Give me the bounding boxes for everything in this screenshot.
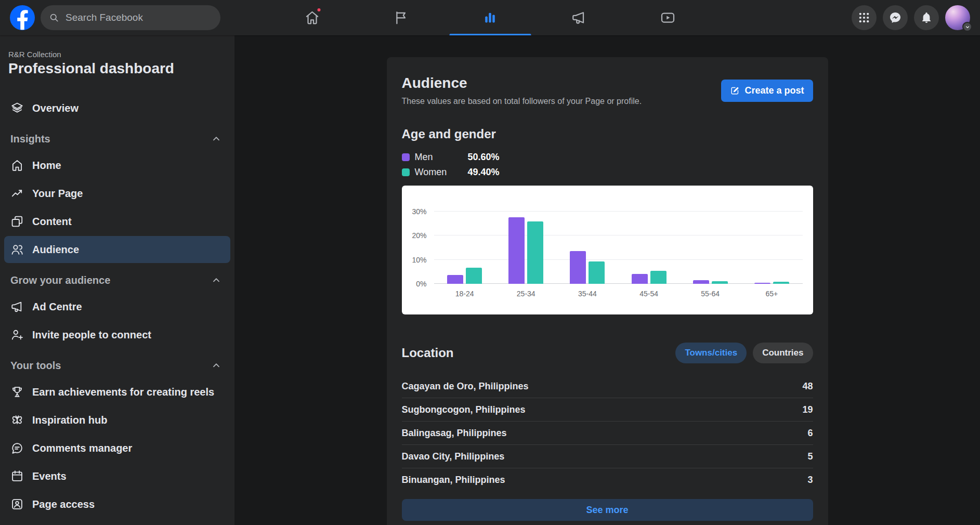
location-row: Binuangan, Philippines 3 [402, 468, 813, 492]
legend-men: Men 50.60% [402, 151, 813, 163]
megaphone-icon [10, 300, 24, 313]
sidebar: R&R Collection Professional dashboard Ov… [0, 35, 234, 525]
bar-men [447, 275, 463, 284]
tab-pages[interactable] [360, 0, 442, 35]
bar-group-18-24: 18-24 [447, 268, 482, 284]
age-gender-chart: 0% 10% 20% 30% 18-24 25-34 [402, 186, 813, 314]
location-row: Cagayan de Oro, Philippines 48 [402, 375, 813, 398]
legend-women: Women 49.40% [402, 166, 813, 178]
apps-menu-button[interactable] [852, 5, 877, 30]
main-content: Audience These values are based on total… [234, 35, 980, 525]
topbar-actions [852, 5, 970, 30]
video-icon [660, 10, 676, 25]
chevron-up-icon [211, 133, 222, 145]
location-title: Location [402, 346, 454, 360]
bar-group-25-34: 25-34 [508, 217, 543, 284]
bar-women [773, 282, 789, 284]
bar-group-65plus: 65+ [754, 282, 789, 284]
content-copy-icon [10, 215, 24, 228]
messenger-button[interactable] [883, 5, 908, 30]
create-post-button[interactable]: Create a post [721, 80, 813, 102]
comment-bubble-icon [10, 441, 24, 455]
bar-men [632, 274, 648, 284]
calendar-icon [10, 469, 24, 483]
sidebar-item-page-access[interactable]: Page access [4, 491, 230, 518]
page-title: Audience [402, 75, 642, 91]
apps-grid-icon [858, 11, 870, 24]
layers-icon [10, 101, 24, 115]
bar-groups: 18-24 25-34 35-44 45-54 [434, 217, 803, 284]
facebook-logo[interactable] [10, 5, 35, 30]
sidebar-item-content[interactable]: Content [4, 208, 230, 235]
location-header: Location Towns/cities Countries [402, 343, 813, 363]
audience-card: Audience These values are based on total… [387, 57, 828, 525]
chevron-up-icon [211, 274, 222, 286]
compose-icon [730, 86, 740, 96]
id-badge-icon [10, 497, 24, 511]
y-tick: 20% [403, 231, 427, 240]
see-more-button[interactable]: See more [402, 499, 813, 521]
section-insights[interactable]: Insights [4, 127, 230, 151]
audience-people-icon [10, 243, 24, 256]
sidebar-item-inspiration-hub[interactable]: Inspiration hub [4, 406, 230, 434]
bar-women [466, 268, 482, 284]
bar-group-45-54: 45-54 [632, 271, 667, 284]
sidebar-item-ad-centre[interactable]: Ad Centre [4, 293, 230, 320]
y-tick: 30% [403, 207, 427, 216]
notification-dot [317, 7, 322, 12]
location-row: Davao City, Philippines 5 [402, 445, 813, 468]
invite-person-icon [10, 328, 24, 342]
insights-icon [482, 10, 498, 25]
chart-legend: Men 50.60% Women 49.40% [402, 151, 813, 178]
search-icon [49, 12, 59, 23]
notifications-button[interactable] [914, 5, 939, 30]
section-grow-audience[interactable]: Grow your audience [4, 268, 230, 292]
sidebar-item-events[interactable]: Events [4, 463, 230, 490]
bar-men [754, 283, 770, 284]
towns-cities-tab[interactable]: Towns/cities [675, 343, 747, 363]
sidebar-item-home[interactable]: Home [4, 152, 230, 179]
section-your-tools[interactable]: Your tools [4, 353, 230, 377]
account-menu-badge [962, 22, 972, 32]
location-row: Balingasag, Philippines 6 [402, 422, 813, 445]
messenger-icon [889, 11, 901, 24]
bar-women [527, 221, 543, 284]
bar-group-35-44: 35-44 [570, 251, 605, 284]
sidebar-item-your-page[interactable]: Your Page [4, 180, 230, 207]
bar-group-55-64: 55-64 [693, 280, 728, 284]
y-tick: 0% [403, 280, 427, 288]
sidebar-item-comments-manager[interactable]: Comments manager [4, 435, 230, 462]
home-icon [10, 159, 24, 172]
sidebar-item-achievements[interactable]: Earn achievements for creating reels [4, 378, 230, 405]
page-subtitle: These values are based on total follower… [402, 97, 642, 106]
location-row: Sugbongcogon, Philippines 19 [402, 398, 813, 422]
pages-icon [394, 10, 409, 25]
men-swatch [402, 153, 410, 161]
search-input[interactable] [64, 11, 205, 24]
tab-ads[interactable] [538, 0, 620, 35]
gridline [434, 211, 803, 212]
age-gender-title: Age and gender [402, 127, 813, 141]
tab-insights[interactable] [449, 0, 531, 35]
tab-video[interactable] [627, 0, 709, 35]
countries-tab[interactable]: Countries [753, 343, 813, 363]
sidebar-item-invite-people[interactable]: Invite people to connect [4, 321, 230, 348]
sidebar-item-audience[interactable]: Audience [4, 236, 230, 263]
butterfly-icon [10, 413, 24, 427]
chevron-down-icon [965, 24, 970, 30]
card-header: Audience These values are based on total… [402, 75, 813, 106]
account-avatar[interactable] [945, 5, 970, 30]
topbar [0, 0, 980, 35]
chevron-up-icon [211, 360, 222, 371]
bar-men [508, 217, 525, 284]
sidebar-item-overview[interactable]: Overview [4, 95, 230, 122]
bar-men [570, 251, 586, 284]
nav-tabs [271, 0, 709, 35]
location-toggle: Towns/cities Countries [675, 343, 813, 363]
bar-men [693, 280, 709, 284]
dashboard-title: Professional dashboard [8, 60, 226, 77]
tab-home[interactable] [271, 0, 353, 35]
bar-women [650, 271, 667, 284]
ads-megaphone-icon [571, 10, 587, 25]
y-tick: 10% [403, 256, 427, 264]
